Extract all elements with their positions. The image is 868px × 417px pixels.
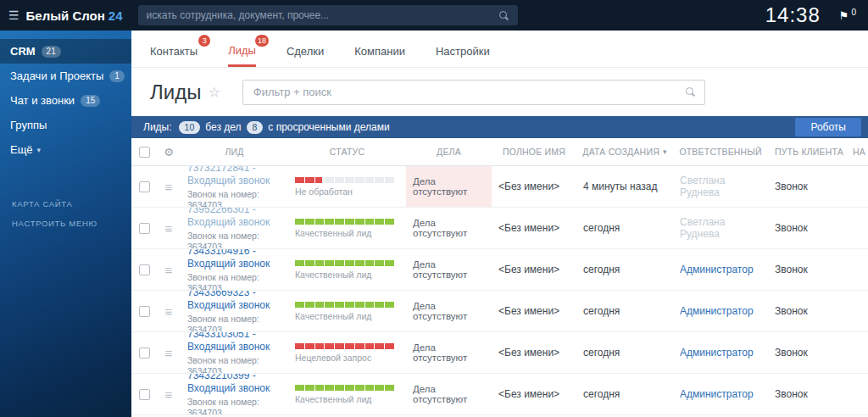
sidebar-item-label: CRM <box>10 45 36 58</box>
row-checkbox[interactable] <box>139 389 150 400</box>
lead-link[interactable]: 73433103051 - Входящий звонок <box>187 332 281 353</box>
responsible-link[interactable]: Светлана Руднева <box>680 216 761 240</box>
table-row[interactable]: ≡ 73732172841 - Входящий звонок Звонок н… <box>131 166 868 208</box>
row-checkbox[interactable] <box>139 264 150 275</box>
column-header-deals[interactable]: ДЕЛА <box>406 138 492 165</box>
tab-label: Сделки <box>287 40 324 58</box>
sidebar-item[interactable]: Ещё ▾ <box>0 137 131 162</box>
clock[interactable]: 14:38 <box>765 3 821 27</box>
sidebar-item[interactable]: Задачи и Проекты 1 <box>0 64 131 88</box>
client-path-text: Звонок <box>775 222 843 234</box>
counter-no-deals-label[interactable]: без дел <box>205 121 241 133</box>
column-header-path[interactable]: ПУТЬ КЛИЕНТА <box>768 138 850 165</box>
column-header-responsible[interactable]: ОТВЕТСТВЕННЫЙ <box>673 138 768 165</box>
lead-subtitle: Звонок на номер: 3634703 <box>187 272 281 290</box>
notifications-count: 0 <box>851 8 856 17</box>
row-menu-icon[interactable]: ≡ <box>165 388 173 401</box>
sidebar-item-label: Группы <box>10 119 47 131</box>
table-row[interactable]: ≡ 73433103051 - Входящий звонок Звонок н… <box>131 332 868 374</box>
flag-icon: ⚑ <box>839 9 849 22</box>
filter-search-input[interactable] <box>253 86 685 98</box>
brand-logo[interactable]: Белый Слон24 <box>26 8 123 23</box>
lead-subtitle: Звонок на номер: 3634703 <box>187 355 281 373</box>
client-path-text: Звонок <box>775 305 843 317</box>
sidebar-item[interactable]: Чат и звонки 15 <box>0 88 131 113</box>
sidebar-footer-link[interactable]: НАСТРОИТЬ МЕНЮ <box>0 214 131 233</box>
table-row[interactable]: ≡ 73432210399 - Входящий звонок Звонок н… <box>131 374 868 415</box>
filter-search-icon[interactable] <box>685 86 696 97</box>
notifications-flag[interactable]: ⚑ 0 <box>839 9 856 22</box>
row-menu-icon[interactable]: ≡ <box>165 181 173 193</box>
deals-text: Дела отсутствуют <box>413 176 485 197</box>
table-row[interactable]: ≡ 73433669323 - Входящий звонок Звонок н… <box>131 291 868 332</box>
phone-number-link[interactable]: 3634703 <box>187 408 222 414</box>
row-menu-icon[interactable]: ≡ <box>165 264 173 276</box>
table-row[interactable]: ≡ 73952266301 - Входящий звонок Звонок н… <box>131 208 868 249</box>
lead-subtitle: Звонок на номер: 3634703 <box>187 397 281 414</box>
column-header-next[interactable]: НА <box>850 138 868 165</box>
row-checkbox[interactable] <box>139 348 150 359</box>
status-label: Качественный лид <box>295 228 399 238</box>
row-menu-icon[interactable]: ≡ <box>165 305 173 318</box>
counter-no-deals-count[interactable]: 10 <box>179 121 201 134</box>
phone-number-link[interactable]: 3634703 <box>187 366 222 373</box>
tab[interactable]: Контакты 3 <box>150 31 198 67</box>
status-label: Качественный лид <box>295 311 399 321</box>
lead-subtitle: Звонок на номер: 3634703 <box>187 314 281 331</box>
column-header-created[interactable]: ДАТА СОЗДАНИЯ▾ <box>576 138 673 165</box>
tab[interactable]: Настройки <box>436 31 490 67</box>
phone-number-link[interactable]: 3634703 <box>187 200 222 207</box>
settings-gear-icon[interactable]: ⚙ <box>164 146 174 158</box>
counter-label: Лиды: <box>143 121 172 133</box>
row-checkbox[interactable] <box>139 223 150 234</box>
call-number-label: Звонок на номер: <box>187 231 259 241</box>
lead-subtitle: Звонок на номер: 3634703 <box>187 231 281 248</box>
row-checkbox[interactable] <box>139 306 150 317</box>
tab[interactable]: Сделки <box>287 31 324 67</box>
global-search[interactable] <box>138 5 518 25</box>
status-progress-bar <box>295 177 395 183</box>
lead-link[interactable]: 73433669323 - Входящий звонок <box>187 291 281 312</box>
row-menu-icon[interactable]: ≡ <box>165 222 173 235</box>
filter-search[interactable] <box>242 80 705 105</box>
responsible-link[interactable]: Светлана Руднева <box>680 175 761 198</box>
responsible-link[interactable]: Администратор <box>680 305 761 317</box>
column-header-status[interactable]: СТАТУС <box>288 138 406 165</box>
responsible-link[interactable]: Администратор <box>680 264 761 275</box>
responsible-link[interactable]: Администратор <box>680 388 761 400</box>
tab-label: Лиды <box>228 39 256 57</box>
menu-hamburger-icon[interactable]: ☰ <box>0 8 26 22</box>
sidebar-footer-link[interactable]: КАРТА САЙТА <box>0 194 131 214</box>
column-header-fullname[interactable]: ПОЛНОЕ ИМЯ <box>492 138 576 165</box>
counter-overdue-label[interactable]: с просроченными делами <box>268 121 389 133</box>
lead-link[interactable]: 73732172841 - Входящий звонок <box>187 166 281 187</box>
select-all-checkbox[interactable] <box>139 147 150 158</box>
global-search-input[interactable] <box>147 9 498 21</box>
search-icon[interactable] <box>498 10 509 21</box>
lead-link[interactable]: 73433104916 - Входящий звонок <box>187 249 281 270</box>
tab[interactable]: Компании <box>354 31 405 67</box>
deals-text: Дела отсутствуют <box>413 259 485 280</box>
table-row[interactable]: ≡ 73433104916 - Входящий звонок Звонок н… <box>131 249 868 291</box>
status-progress-bar <box>295 302 395 308</box>
robots-button[interactable]: Роботы <box>795 118 861 136</box>
phone-number-link[interactable]: 3634703 <box>187 242 222 248</box>
tab-label: Компании <box>354 40 405 58</box>
lead-link[interactable]: 73432210399 - Входящий звонок <box>187 374 281 395</box>
sidebar-item[interactable]: Группы <box>0 113 131 137</box>
call-number-label: Звонок на номер: <box>187 314 259 324</box>
lead-link[interactable]: 73952266301 - Входящий звонок <box>187 208 281 229</box>
column-header-lead[interactable]: ЛИД <box>181 138 288 165</box>
client-path-text: Звонок <box>775 347 843 359</box>
phone-number-link[interactable]: 3634703 <box>187 283 222 290</box>
counter-overdue-count[interactable]: 8 <box>247 121 264 134</box>
row-checkbox[interactable] <box>139 181 150 192</box>
responsible-link[interactable]: Администратор <box>680 347 761 359</box>
row-menu-icon[interactable]: ≡ <box>165 347 173 359</box>
phone-number-link[interactable]: 3634703 <box>187 325 222 331</box>
call-number-label: Звонок на номер: <box>187 272 259 282</box>
crm-tabs: Контакты 3 Лиды 18 Сделки Компании Настр… <box>131 31 868 68</box>
tab[interactable]: Лиды 18 <box>228 31 256 67</box>
sidebar-item[interactable]: CRM 21 <box>0 39 131 64</box>
favorite-star-icon[interactable]: ☆ <box>208 84 220 100</box>
